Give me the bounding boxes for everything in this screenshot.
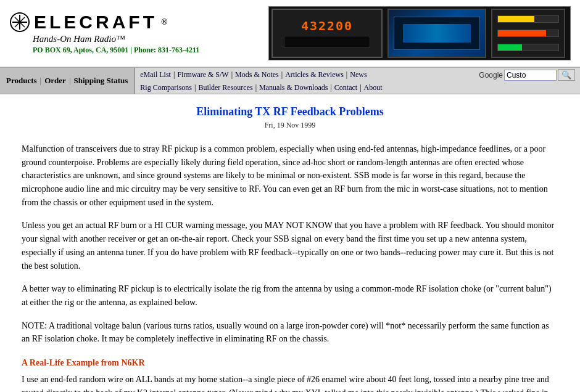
nav-inner: Products | Order | Shipping Status eMail… xyxy=(0,68,580,94)
nav-mods-link[interactable]: Mods & Notes xyxy=(235,70,279,80)
nav-left: Products | Order | Shipping Status xyxy=(0,68,135,94)
nav-rig-comp-link[interactable]: Rig Comparisons xyxy=(140,83,192,92)
search-go-button[interactable]: 🔍 xyxy=(558,69,575,81)
nav-articles-link[interactable]: Articles & Reviews xyxy=(285,70,344,80)
article-para-2: Unless you get an actual RF burn or a HI… xyxy=(22,219,558,272)
nav-products-link[interactable]: Products xyxy=(6,76,37,86)
address-text: PO BOX 69, Aptos, CA, 95001 xyxy=(33,46,128,54)
nav-sep-2: | xyxy=(69,76,71,86)
article-para-3: A better way to eliminating RF pickup is… xyxy=(22,282,558,309)
custom-search-input[interactable] xyxy=(504,70,557,81)
nav-email-link[interactable]: eMail List xyxy=(140,70,171,80)
nav-shipping-link[interactable]: Shipping Status xyxy=(73,76,128,86)
navigation-bar: Products | Order | Shipping Status eMail… xyxy=(0,67,580,94)
radio-photo: 432200 xyxy=(268,6,571,60)
tagline: Hands-On Ham Radio™ xyxy=(33,34,199,44)
nav-bottom-row: Rig Comparisons | Builder Resources | Ma… xyxy=(135,82,580,94)
nav-news-link[interactable]: News xyxy=(350,70,367,80)
nav-order-link[interactable]: Order xyxy=(44,76,66,86)
nav-manuals-link[interactable]: Manuals & Downloads xyxy=(259,83,328,92)
nav-builder-link[interactable]: Builder Resources xyxy=(198,83,252,92)
main-content: Eliminating TX RF Feedback Problems Fri,… xyxy=(0,94,580,392)
logo-title: ELECRAFT® xyxy=(9,12,199,33)
nav-top-row: eMail List | Firmware & S/W | Mods & Not… xyxy=(135,68,580,82)
article-para-1: Malfunction of transceivers due to stray… xyxy=(22,142,558,209)
article-date: Fri, 19 Nov 1999 xyxy=(22,121,558,130)
nav-contact-link[interactable]: Contact xyxy=(334,83,357,92)
address: PO BOX 69, Aptos, CA, 95001 | Phone: 831… xyxy=(33,46,199,55)
nav-sep-1: | xyxy=(40,76,42,86)
elecraft-logo-icon xyxy=(9,12,30,33)
logo-brand-text: ELECRAFT xyxy=(34,12,157,33)
section-para: I use an end-fed random wire on ALL band… xyxy=(22,373,558,392)
phone-text: Phone: 831-763-4211 xyxy=(134,46,199,54)
nav-right: eMail List | Firmware & S/W | Mods & Not… xyxy=(135,68,580,94)
google-search-area: Google 🔍 xyxy=(479,69,575,81)
page-header: ELECRAFT® Hands-On Ham Radio™ PO BOX 69,… xyxy=(0,0,580,67)
logo-area: ELECRAFT® Hands-On Ham Radio™ PO BOX 69,… xyxy=(9,12,199,55)
article-para-4: NOTE: A traditional voltage balun (vario… xyxy=(22,319,558,346)
nav-firmware-link[interactable]: Firmware & S/W xyxy=(177,70,228,80)
article-title: Eliminating TX RF Feedback Problems xyxy=(22,105,558,118)
nav-about-link[interactable]: About xyxy=(364,83,383,92)
section-heading: A Real-Life Example from N6KR xyxy=(22,358,558,368)
radio-image-area: 432200 xyxy=(199,6,571,60)
google-label: Google xyxy=(479,71,503,80)
